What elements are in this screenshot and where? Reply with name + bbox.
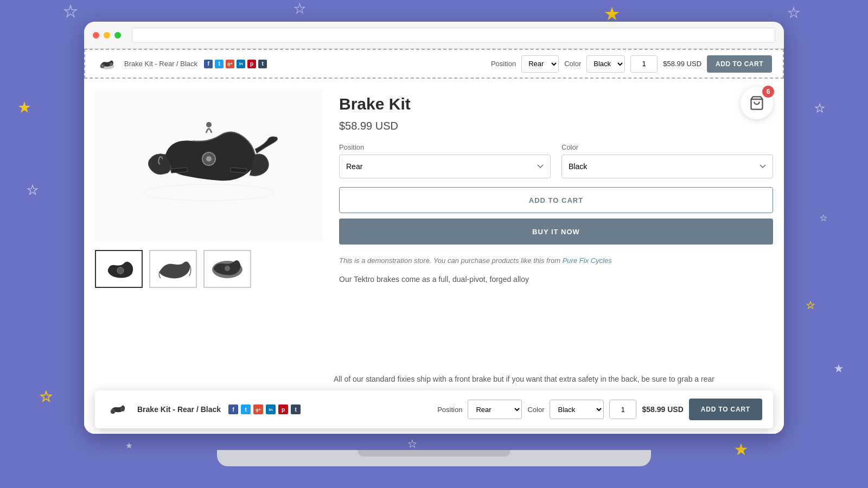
floating-add-to-cart-button[interactable]: ADD To CaRT [689, 399, 762, 420]
demo-store-text: This is a demonstration store. You can p… [339, 255, 773, 267]
product-price: $58.99 USD [339, 120, 773, 132]
sticky-color-select[interactable]: Black Silver [586, 55, 625, 73]
svg-point-4 [111, 63, 112, 65]
star-decoration-5 [16, 100, 33, 117]
sticky-add-to-cart-button[interactable]: ADD TO CART [707, 55, 772, 73]
browser-close[interactable] [93, 32, 99, 38]
sticky-color-label: Color [564, 60, 581, 68]
floating-twitter-icon[interactable]: t [241, 404, 251, 414]
product-images-column [95, 89, 323, 423]
browser-chrome [84, 22, 784, 49]
floating-product-title: Brake Kit - Rear / Black [137, 405, 221, 414]
description-line-2: All of our standard fixies ship with a f… [334, 373, 768, 385]
svg-point-10 [144, 184, 274, 201]
sticky-qty-input[interactable] [630, 55, 658, 73]
add-to-cart-button[interactable]: ADD TO CART [339, 187, 773, 213]
option-row: Position Rear Front Color Black Silver [339, 143, 773, 178]
color-option-label: Color [561, 143, 773, 151]
floating-bottom-bar: Brake Kit - Rear / Black f t g+ in p t P… [95, 390, 773, 428]
floating-product-image [107, 400, 129, 419]
sticky-googleplus-icon[interactable]: g+ [226, 60, 234, 68]
position-option-group: Position Rear Front [339, 143, 551, 178]
floating-facebook-icon[interactable]: f [228, 404, 238, 414]
position-select[interactable]: Rear Front [339, 155, 551, 178]
svg-point-13 [225, 266, 230, 271]
position-option-label: Position [339, 143, 551, 151]
color-select[interactable]: Black Silver [561, 155, 773, 178]
sticky-price: $58.99 USD [663, 60, 701, 68]
star-decoration-10 [39, 390, 53, 404]
laptop-base-inner [358, 450, 510, 457]
address-bar[interactable] [132, 28, 775, 43]
thumbnail-2[interactable] [149, 250, 197, 288]
sticky-pinterest-icon[interactable]: p [247, 60, 256, 68]
sticky-position-select[interactable]: Rear Front [521, 55, 559, 73]
sticky-facebook-icon[interactable]: f [204, 60, 213, 68]
sticky-linkedin-icon[interactable]: in [237, 60, 245, 68]
sticky-position-label: Position [491, 60, 516, 68]
page-content: Brake Kit - Rear / Black f t g+ in p t P… [84, 49, 784, 434]
floating-price: $58.99 USD [642, 405, 683, 414]
floating-controls: Position Rear Front Color Black Silver $… [437, 399, 762, 420]
pure-fix-cycles-link[interactable]: Pure Fix Cycles [563, 256, 612, 265]
star-decoration-15 [806, 301, 815, 311]
svg-point-2 [101, 65, 104, 67]
star-decoration-4 [787, 7, 801, 21]
floating-social-icons: f t g+ in p t [228, 404, 301, 414]
floating-position-label: Position [437, 406, 462, 414]
floating-position-select[interactable]: Rear Front [468, 400, 522, 419]
sticky-product-title: Brake Kit - Rear / Black [124, 60, 197, 68]
bottom-description: All of our standard fixies ship with a f… [334, 373, 768, 385]
thumbnail-3[interactable] [203, 250, 251, 288]
svg-point-11 [117, 267, 124, 274]
thumbnail-1[interactable] [95, 250, 143, 288]
sticky-social-icons: f t g+ in p t [204, 60, 267, 68]
buy-it-now-button[interactable]: BUY IT NOW [339, 219, 773, 245]
floating-color-label: Color [527, 406, 544, 414]
sticky-twitter-icon[interactable]: t [215, 60, 224, 68]
laptop-frame: Brake Kit - Rear / Black f t g+ in p t P… [84, 22, 784, 466]
cart-icon [749, 95, 764, 111]
cart-bubble[interactable]: 6 [741, 87, 773, 119]
svg-point-5 [206, 122, 212, 127]
star-decoration-14 [833, 363, 845, 375]
sticky-tumblr-icon[interactable]: t [258, 60, 267, 68]
floating-product-thumb [106, 399, 130, 420]
laptop-base [217, 450, 651, 466]
floating-googleplus-icon[interactable]: g+ [253, 404, 263, 414]
main-product-image [95, 89, 323, 241]
floating-pinterest-icon[interactable]: p [278, 404, 288, 414]
svg-point-15 [111, 409, 115, 414]
floating-tumblr-icon[interactable]: t [291, 404, 301, 414]
svg-point-16 [121, 408, 125, 412]
sticky-product-image [97, 56, 117, 72]
laptop-screen: Brake Kit - Rear / Black f t g+ in p t P… [84, 22, 784, 434]
floating-color-select[interactable]: Black Silver [550, 400, 604, 419]
cart-count-badge: 6 [762, 86, 774, 98]
svg-point-7 [206, 156, 212, 162]
color-option-group: Color Black Silver [561, 143, 773, 178]
product-title: Brake Kit [339, 95, 773, 113]
sticky-controls: Position Rear Front Color Black Silver $… [491, 55, 772, 73]
thumbnail-row [95, 250, 323, 288]
product-description: Our Tektro brakes come as a full, dual-p… [339, 273, 773, 285]
sticky-product-thumb [96, 54, 118, 73]
browser-maximize[interactable] [114, 32, 121, 38]
star-decoration-8 [819, 214, 828, 223]
star-decoration-2 [293, 3, 307, 16]
brake-kit-main-svg [122, 100, 296, 230]
star-decoration-6 [26, 184, 39, 197]
star-decoration-1 [62, 4, 79, 21]
floating-linkedin-icon[interactable]: in [266, 404, 276, 414]
floating-qty-input[interactable] [609, 400, 636, 419]
sticky-top-bar: Brake Kit - Rear / Black f t g+ in p t P… [84, 49, 784, 79]
browser-minimize[interactable] [104, 32, 110, 38]
star-decoration-7 [814, 103, 826, 115]
